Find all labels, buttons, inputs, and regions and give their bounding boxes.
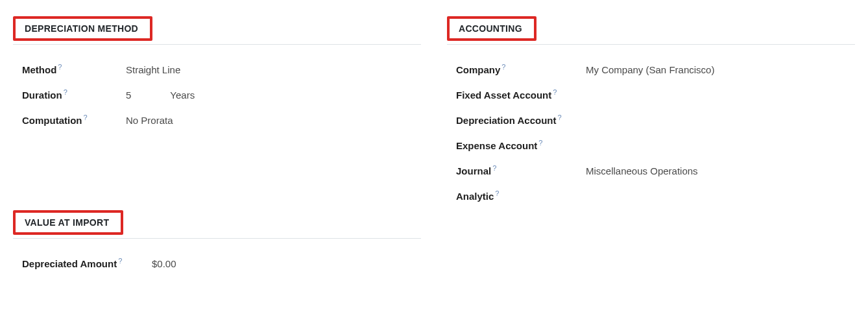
value-at-import-title: VALUE AT IMPORT xyxy=(25,217,109,228)
company-value[interactable]: My Company (San Francisco) xyxy=(586,64,855,75)
depreciated-amount-value[interactable]: $0.00 xyxy=(152,258,421,269)
help-icon[interactable]: ? xyxy=(118,257,122,265)
expense-account-label-text: Expense Account xyxy=(456,140,537,151)
value-at-import-section: VALUE AT IMPORT Depreciated Amount? $0.0… xyxy=(13,210,421,276)
help-icon[interactable]: ? xyxy=(557,114,561,121)
depreciation-account-label: Depreciation Account? xyxy=(456,114,586,126)
depreciation-account-row: Depreciation Account? xyxy=(456,107,855,132)
depreciated-amount-row: Depreciated Amount? $0.00 xyxy=(22,250,421,276)
depreciation-method-header-box: DEPRECIATION METHOD xyxy=(13,16,152,41)
help-icon[interactable]: ? xyxy=(501,63,505,71)
help-icon[interactable]: ? xyxy=(495,189,499,197)
computation-row: Computation? No Prorata xyxy=(22,107,421,132)
depreciated-amount-label-text: Depreciated Amount xyxy=(22,258,117,269)
journal-label: Journal? xyxy=(456,164,586,176)
fixed-asset-account-row: Fixed Asset Account? xyxy=(456,82,855,107)
depreciation-account-label-text: Depreciation Account xyxy=(456,115,556,126)
expense-account-label: Expense Account? xyxy=(456,139,586,151)
company-label: Company? xyxy=(456,63,586,75)
journal-value[interactable]: Miscellaneous Operations xyxy=(586,165,855,176)
method-value[interactable]: Straight Line xyxy=(126,64,421,75)
help-icon[interactable]: ? xyxy=(58,63,62,71)
accounting-section: ACCOUNTING Company? My Company (San Fran… xyxy=(447,16,855,208)
journal-row: Journal? Miscellaneous Operations xyxy=(456,158,855,183)
analytic-row: Analytic? xyxy=(456,183,855,208)
duration-row: Duration? 5 Years xyxy=(22,82,421,107)
duration-value-group: 5 Years xyxy=(126,90,421,101)
right-column: ACCOUNTING Company? My Company (San Fran… xyxy=(447,16,855,302)
company-row: Company? My Company (San Francisco) xyxy=(456,56,855,82)
help-icon[interactable]: ? xyxy=(64,88,67,96)
divider xyxy=(13,238,421,239)
method-label-text: Method xyxy=(22,64,56,75)
expense-account-row: Expense Account? xyxy=(456,132,855,158)
duration-number[interactable]: 5 xyxy=(126,90,131,101)
accounting-header-box: ACCOUNTING xyxy=(447,16,536,41)
analytic-label-text: Analytic xyxy=(456,191,494,202)
left-column: DEPRECIATION METHOD Method? Straight Lin… xyxy=(13,16,421,302)
computation-label-text: Computation xyxy=(22,115,82,126)
duration-label: Duration? xyxy=(22,88,126,101)
computation-label: Computation? xyxy=(22,114,126,126)
depreciation-method-section: DEPRECIATION METHOD Method? Straight Lin… xyxy=(13,16,421,132)
accounting-title: ACCOUNTING xyxy=(459,23,522,34)
method-row: Method? Straight Line xyxy=(22,56,421,82)
divider xyxy=(447,44,855,45)
method-label: Method? xyxy=(22,63,126,75)
duration-label-text: Duration xyxy=(22,90,62,101)
help-icon[interactable]: ? xyxy=(492,164,496,172)
fixed-asset-account-label-text: Fixed Asset Account xyxy=(456,90,551,101)
depreciated-amount-label: Depreciated Amount? xyxy=(22,257,152,269)
divider xyxy=(13,44,421,45)
company-label-text: Company xyxy=(456,64,500,75)
analytic-label: Analytic? xyxy=(456,189,586,202)
duration-unit[interactable]: Years xyxy=(170,90,195,101)
help-icon[interactable]: ? xyxy=(83,114,87,121)
computation-value[interactable]: No Prorata xyxy=(126,115,421,126)
help-icon[interactable]: ? xyxy=(553,88,557,96)
value-at-import-header-box: VALUE AT IMPORT xyxy=(13,210,123,235)
fixed-asset-account-label: Fixed Asset Account? xyxy=(456,88,586,101)
depreciation-method-title: DEPRECIATION METHOD xyxy=(25,23,138,34)
help-icon[interactable]: ? xyxy=(538,139,542,147)
journal-label-text: Journal xyxy=(456,165,491,176)
